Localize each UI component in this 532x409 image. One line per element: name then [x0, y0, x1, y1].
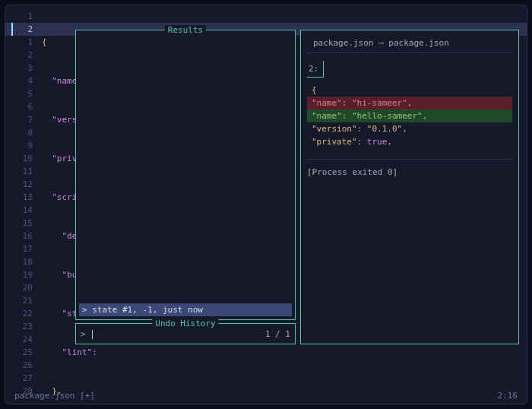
line-number: 1	[5, 36, 33, 49]
line-number: 11	[5, 165, 33, 178]
brace: {	[312, 85, 317, 95]
results-body[interactable]: > state #1, -1, just now	[79, 35, 292, 316]
line-number: 9	[5, 139, 33, 152]
editor-window: 1 2 1 2 3 4 5 6 7 8 9 10 11 12 13 14 15 …	[5, 5, 527, 404]
line-number: 24	[5, 333, 33, 346]
brace: {	[42, 37, 47, 47]
line-number: 10	[5, 152, 33, 165]
line-number: 25	[5, 346, 33, 359]
line-number: 3	[5, 62, 33, 75]
results-panel[interactable]: Results > state #1, -1, just now	[75, 30, 296, 320]
line-number: 1	[5, 10, 33, 23]
line-number: 8	[5, 126, 33, 139]
json-key: "lint":	[62, 347, 97, 357]
line-number: 12	[5, 178, 33, 191]
line-number: 6	[5, 100, 33, 113]
line-number: 2	[5, 23, 33, 36]
brace: },	[52, 386, 62, 396]
line-number: 15	[5, 217, 33, 230]
diff-key: "version"	[312, 124, 357, 134]
line-number: 20	[5, 281, 33, 294]
undo-history-panel[interactable]: Undo History > 1 / 1	[75, 323, 296, 344]
diff-lines: { "name": "hi-sameer", "name": "hello-sa…	[307, 84, 512, 148]
diff-key: "private"	[312, 137, 357, 147]
line-number: 13	[5, 191, 33, 204]
line-number: 5	[5, 87, 33, 100]
match-counter: 1 / 1	[265, 329, 290, 339]
line-number: 22	[5, 307, 33, 320]
line-number: 2	[5, 49, 33, 62]
diff-header: package.json ⟶ package.json	[307, 30, 512, 53]
line-number-gutter: 1 2 1 2 3 4 5 6 7 8 9 10 11 12 13 14 15 …	[5, 10, 39, 385]
line-number: 14	[5, 204, 33, 217]
prompt-caret: >	[81, 329, 86, 339]
line-number: 18	[5, 255, 33, 268]
diff-val: "0.1.0"	[367, 124, 402, 134]
line-number: 16	[5, 230, 33, 243]
diff-key: "name"	[312, 98, 342, 108]
undo-history-title: Undo History	[152, 319, 218, 328]
line-number: 17	[5, 243, 33, 255]
undo-state-item[interactable]: > state #1, -1, just now	[79, 303, 292, 316]
diff-file-b: package.json	[388, 38, 448, 48]
diff-preview-panel[interactable]: package.json ⟶ package.json 2: { "name":…	[300, 30, 519, 344]
diff-hunk-label: 2:	[307, 61, 324, 78]
diff-val: true	[367, 137, 388, 147]
line-number: 7	[5, 113, 33, 126]
results-title: Results	[165, 25, 206, 35]
line-number: 26	[5, 359, 33, 372]
line-number: 19	[5, 268, 33, 281]
diff-val: "hi-sameer"	[352, 98, 407, 108]
line-number: 27	[5, 372, 33, 385]
line-number: 23	[5, 320, 33, 333]
diff-key: "name"	[312, 111, 342, 121]
diff-file-a: package.json	[313, 38, 373, 48]
line-number: 21	[5, 294, 33, 307]
process-exit-status: [Process exited 0]	[307, 159, 512, 177]
line-number: 4	[5, 75, 33, 87]
prompt-area[interactable]: >	[81, 329, 93, 339]
diff-val: "hello-sameer"	[352, 111, 423, 121]
arrow-icon: ⟶	[378, 38, 384, 48]
text-cursor	[92, 330, 93, 339]
